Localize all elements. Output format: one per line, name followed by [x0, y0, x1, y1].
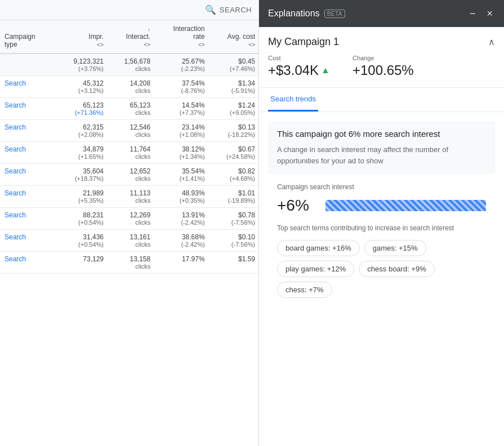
cost-value: +$3.04K ▲ — [268, 63, 330, 78]
total-interactions: 1,56,678 clicks — [107, 53, 154, 76]
row-interactions: 12,269 clicks — [107, 208, 154, 230]
change-label: Change — [353, 55, 414, 61]
row-cost: $1.24 (+9.05%) — [208, 98, 258, 120]
row-cost: $0.10 (-7.56%) — [208, 230, 258, 252]
table-row[interactable]: Search 45,312 (+3.12%) 14,208 clicks 37.… — [0, 76, 258, 98]
row-cost: $1.01 (-19.89%) — [208, 186, 258, 208]
row-cost: $0.78 (-7.56%) — [208, 208, 258, 230]
row-rate: 23.14% (+1.08%) — [154, 120, 208, 142]
total-impressions: 9,123,321 (+3.76%) — [55, 53, 107, 76]
row-impressions: 34,879 (+1.65%) — [55, 142, 107, 164]
close-button[interactable]: × — [484, 6, 495, 21]
table-total-row: 9,123,321 (+3.76%) 1,56,678 clicks 25.67… — [0, 53, 258, 76]
row-cost: $1.59 — [208, 252, 258, 274]
total-cost: $0.45 (+7.46%) — [208, 53, 258, 76]
row-interactions: 65,123 clicks — [107, 98, 154, 120]
row-interactions: 14,208 clicks — [107, 76, 154, 98]
row-interactions: 13,161 clicks — [107, 230, 154, 252]
table-row[interactable]: Search 62,315 (+2.08%) 12,546 clicks 23.… — [0, 120, 258, 142]
row-type: Search — [0, 230, 55, 252]
panel-title: Explanations BETA — [268, 8, 345, 19]
row-impressions: 45,312 (+3.12%) — [55, 76, 107, 98]
interest-card: This campaign got 6% more search interes… — [268, 121, 495, 174]
row-rate: 48.93% (+0.35%) — [154, 186, 208, 208]
row-rate: 14.54% (+7.37%) — [154, 98, 208, 120]
campaign-name: My Campaign 1 — [268, 36, 339, 48]
tags-container: board games: +16%games: +15%play games: … — [268, 240, 495, 298]
col-interactions[interactable]: ↓ Interact. <> — [107, 20, 154, 53]
metrics-row: Cost +$3.04K ▲ Change +100.65% — [268, 55, 495, 78]
row-rate: 37.54% (-8.76%) — [154, 76, 208, 98]
table-row[interactable]: Search 35,604 (+18.37%) 12,652 clicks 35… — [0, 164, 258, 186]
search-term-tag: chess board: +9% — [359, 261, 434, 277]
table-panel: 🔍 SEARCH Campaign type Impr. <> ↓ Intera… — [0, 0, 259, 446]
row-interactions: 12,546 clicks — [107, 120, 154, 142]
right-panel: Explanations BETA − × My Campaign 1 ∧ Co… — [259, 0, 504, 446]
campaign-interest-label: Campaign search interest — [268, 183, 495, 191]
col-campaign-type[interactable]: Campaign type — [0, 20, 55, 53]
row-cost: $1.34 (-5.91%) — [208, 76, 258, 98]
campaign-header: My Campaign 1 ∧ — [268, 36, 495, 48]
table-row[interactable]: Search 21,989 (+5.35%) 11,113 clicks 48.… — [0, 186, 258, 208]
row-impressions: 65,123 (+71.36%) — [55, 98, 107, 120]
row-impressions: 31,436 (+0.54%) — [55, 230, 107, 252]
minimize-button[interactable]: − — [467, 6, 478, 21]
panel-content: My Campaign 1 ∧ Cost +$3.04K ▲ Change +1… — [259, 27, 504, 446]
interest-section: This campaign got 6% more search interes… — [259, 112, 504, 307]
table-row[interactable]: Search 65,123 (+71.36%) 65,123 clicks 14… — [0, 98, 258, 120]
beta-badge: BETA — [324, 10, 345, 18]
row-impressions: 73,129 — [55, 252, 107, 274]
explanations-title: Explanations — [268, 8, 320, 19]
col-cost[interactable]: Avg. cost <> — [208, 20, 258, 53]
table-row[interactable]: Search 88,231 (+0.54%) 12,269 clicks 13.… — [0, 208, 258, 230]
col-impressions[interactable]: Impr. <> — [55, 20, 107, 53]
up-arrow-icon: ▲ — [321, 65, 330, 75]
search-text: SEARCH — [220, 6, 252, 14]
total-type — [0, 53, 55, 76]
table-row[interactable]: Search 73,129 13,158 clicks 17.97% $1.59 — [0, 252, 258, 274]
row-cost: $0.82 (+4.68%) — [208, 164, 258, 186]
row-type: Search — [0, 208, 55, 230]
row-rate: 38.68% (-2.42%) — [154, 230, 208, 252]
row-cost: $0.67 (+24.58%) — [208, 142, 258, 164]
search-terms-label: Top search terms contributing to increas… — [268, 224, 495, 233]
row-type: Search — [0, 98, 55, 120]
row-interactions: 13,158 clicks — [107, 252, 154, 274]
search-icon: 🔍 — [205, 5, 216, 15]
row-impressions: 21,989 (+5.35%) — [55, 186, 107, 208]
table-row[interactable]: Search 31,436 (+0.54%) 13,161 clicks 38.… — [0, 230, 258, 252]
row-type: Search — [0, 252, 55, 274]
campaign-section: My Campaign 1 ∧ Cost +$3.04K ▲ Change +1… — [259, 27, 504, 88]
search-term-tag: chess: +7% — [277, 282, 332, 298]
col-rate[interactable]: Interaction rate <> — [154, 20, 208, 53]
interest-bar — [325, 200, 486, 211]
row-cost: $0.13 (-18.22%) — [208, 120, 258, 142]
row-rate: 13.91% (-2.42%) — [154, 208, 208, 230]
search-term-tag: play games: +12% — [277, 261, 354, 277]
campaign-chevron-icon[interactable]: ∧ — [488, 37, 495, 47]
cost-label: Cost — [268, 55, 330, 61]
interest-percent: +6% — [277, 197, 316, 215]
row-impressions: 35,604 (+18.37%) — [55, 164, 107, 186]
search-bar: 🔍 SEARCH — [0, 0, 258, 20]
table-wrapper[interactable]: Campaign type Impr. <> ↓ Interact. <> In… — [0, 20, 258, 446]
row-interactions: 12,652 clicks — [107, 164, 154, 186]
cost-metric: Cost +$3.04K ▲ — [268, 55, 330, 78]
interest-headline: This campaign got 6% more search interes… — [277, 129, 486, 139]
change-metric: Change +100.65% — [353, 55, 414, 78]
tabs-bar: Search trends — [259, 88, 504, 112]
row-type: Search — [0, 120, 55, 142]
search-term-tag: board games: +16% — [277, 240, 360, 256]
interest-bar-row: +6% — [268, 197, 495, 215]
tab-search-trends[interactable]: Search trends — [268, 88, 318, 112]
row-type: Search — [0, 186, 55, 208]
row-type: Search — [0, 76, 55, 98]
total-rate: 25.67% (-2.23%) — [154, 53, 208, 76]
change-value: +100.65% — [353, 63, 414, 78]
search-term-tag: games: +15% — [364, 240, 426, 256]
row-interactions: 11,764 clicks — [107, 142, 154, 164]
row-type: Search — [0, 142, 55, 164]
table-row[interactable]: Search 34,879 (+1.65%) 11,764 clicks 38.… — [0, 142, 258, 164]
row-impressions: 62,315 (+2.08%) — [55, 120, 107, 142]
row-rate: 35.54% (+1.41%) — [154, 164, 208, 186]
